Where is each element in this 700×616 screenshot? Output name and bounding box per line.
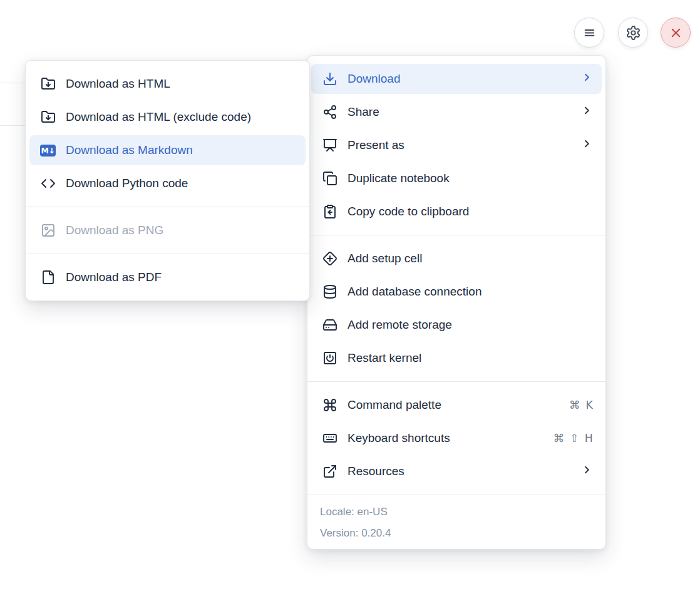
- diamond-plus-icon: [322, 251, 337, 267]
- menu-item-add-setup-cell[interactable]: Add setup cell: [311, 244, 602, 274]
- version-text: Version: 0.20.4: [320, 523, 593, 544]
- menu-item-label: Download as HTML: [66, 77, 297, 91]
- folder-down-icon: [40, 76, 56, 92]
- clipboard-copy-icon: [322, 204, 337, 220]
- close-icon: [669, 26, 683, 40]
- menu-item-download-as-html[interactable]: Download as HTML: [29, 69, 306, 99]
- database-icon: [322, 284, 337, 300]
- menu-item-label: Download: [347, 72, 581, 86]
- menu-item-label: Present as: [347, 138, 581, 152]
- menu-item-download-python-code[interactable]: Download Python code: [29, 168, 306, 198]
- menu-group: Command palette⌘KKeyboard shortcuts⌘⇧HRe…: [307, 382, 605, 495]
- notebook-actions-menu: DownloadSharePresent asDuplicate noteboo…: [307, 55, 606, 550]
- notebook-menu-button[interactable]: [574, 18, 604, 48]
- background-cell-border: [0, 125, 26, 126]
- menu-item-resources[interactable]: Resources: [311, 456, 602, 486]
- menu-item-share[interactable]: Share: [311, 97, 602, 127]
- shortcut-key: ⌘: [553, 432, 565, 444]
- menu-item-keyboard-shortcuts[interactable]: Keyboard shortcuts⌘⇧H: [311, 423, 602, 453]
- command-icon: [322, 398, 337, 413]
- folder-down-icon: [40, 110, 56, 125]
- menu-item-download-as-pdf[interactable]: Download as PDF: [29, 262, 306, 292]
- menu-item-label: Duplicate notebook: [347, 172, 593, 185]
- presentation-icon: [322, 138, 337, 153]
- menu-item-label: Download as PNG: [66, 223, 297, 237]
- shortcut-key: K: [586, 399, 593, 411]
- menu-item-restart-kernel[interactable]: Restart kernel: [311, 343, 602, 373]
- menu-item-duplicate-notebook[interactable]: Duplicate notebook: [311, 163, 602, 193]
- menu-item-add-database-connection[interactable]: Add database connection: [311, 277, 602, 307]
- download-submenu: Download as HTMLDownload as HTML (exclud…: [25, 60, 310, 301]
- menu-item-label: Download as Markdown: [66, 143, 297, 157]
- locale-text: Locale: en-US: [320, 501, 593, 523]
- chevron-right-icon: [581, 464, 593, 479]
- menu-item-download-as-png: Download as PNG: [29, 215, 306, 245]
- background-cell-border: [0, 83, 26, 83]
- menu-item-copy-code-to-clipboard[interactable]: Copy code to clipboard: [311, 197, 602, 227]
- menu-item-present-as[interactable]: Present as: [311, 130, 602, 160]
- code-icon: [40, 176, 56, 192]
- share-icon: [322, 105, 337, 120]
- menu-group: Add setup cellAdd database connectionAdd…: [307, 235, 605, 381]
- menu-item-label: Download Python code: [66, 177, 297, 190]
- shortcut-key: ⌘: [569, 399, 580, 411]
- image-icon: [40, 223, 56, 239]
- menu-item-label: Keyboard shortcuts: [347, 431, 553, 445]
- markdown-badge-icon: M↓: [40, 145, 56, 157]
- menu-group: Download as HTMLDownload as HTML (exclud…: [26, 61, 309, 207]
- menu-item-label: Download as PDF: [66, 270, 297, 284]
- download-icon: [322, 71, 337, 87]
- menu-item-label: Restart kernel: [347, 351, 593, 365]
- menu-item-label: Add database connection: [347, 285, 593, 299]
- hamburger-icon: [582, 26, 597, 40]
- menu-item-download[interactable]: Download: [311, 64, 602, 94]
- chevron-right-icon: [581, 71, 593, 86]
- gear-icon: [625, 25, 641, 41]
- hard-drive-icon: [322, 317, 337, 333]
- settings-button[interactable]: [618, 18, 648, 48]
- shortcut-hint: ⌘⇧H: [553, 432, 593, 444]
- menu-item-download-as-html-exclude-code[interactable]: Download as HTML (exclude code): [29, 102, 306, 132]
- menu-item-command-palette[interactable]: Command palette⌘K: [311, 390, 602, 420]
- menu-item-label: Add setup cell: [347, 252, 593, 265]
- submenu-indicator: [581, 71, 593, 86]
- menu-item-label: Share: [347, 105, 581, 119]
- shortcut-key: H: [585, 432, 593, 444]
- markdown-badge-icon: M↓: [40, 143, 56, 158]
- menu-group: Download as PDF: [26, 254, 309, 300]
- submenu-indicator: [581, 464, 593, 479]
- menu-group: DownloadSharePresent asDuplicate noteboo…: [307, 56, 605, 235]
- submenu-indicator: [581, 105, 593, 120]
- keyboard-icon: [322, 431, 337, 446]
- chevron-right-icon: [581, 105, 593, 120]
- menu-footer: Locale: en-USVersion: 0.20.4: [307, 495, 605, 549]
- menu-item-label: Copy code to clipboard: [347, 205, 593, 218]
- shutdown-button[interactable]: [661, 18, 691, 48]
- menu-item-download-as-markdown[interactable]: M↓Download as Markdown: [29, 135, 306, 165]
- submenu-indicator: [581, 138, 593, 153]
- chevron-right-icon: [581, 138, 593, 153]
- menu-item-label: Resources: [347, 465, 581, 478]
- file-icon: [40, 270, 56, 285]
- menu-item-add-remote-storage[interactable]: Add remote storage: [311, 310, 602, 340]
- duplicate-icon: [322, 171, 337, 187]
- menu-item-label: Command palette: [347, 398, 569, 412]
- menu-item-label: Add remote storage: [347, 318, 593, 332]
- menu-group: Download as PNG: [26, 207, 309, 254]
- power-square-icon: [322, 351, 337, 366]
- menu-item-label: Download as HTML (exclude code): [66, 110, 297, 124]
- shortcut-hint: ⌘K: [569, 399, 593, 411]
- shortcut-key: ⇧: [570, 432, 579, 444]
- external-link-icon: [322, 464, 337, 480]
